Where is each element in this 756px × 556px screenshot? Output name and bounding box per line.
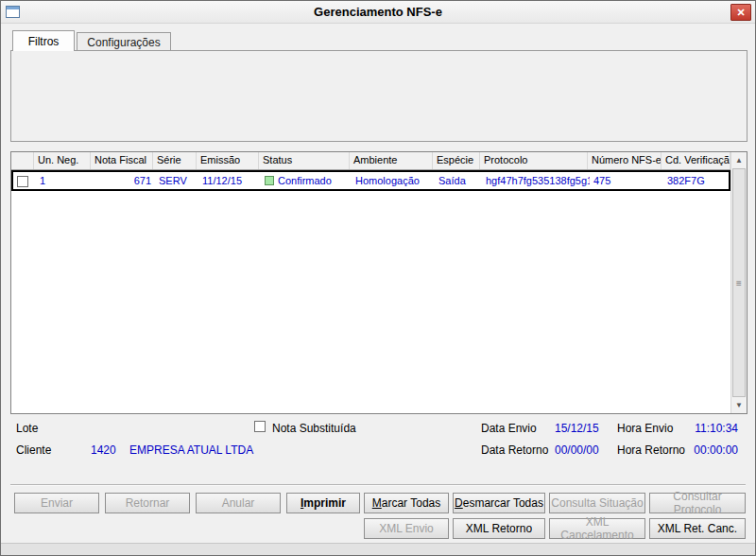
cell-numero-nfse: 475 [590,174,663,187]
nota-substituida-checkbox[interactable] [254,421,266,432]
cliente-name-value: EMPRESA ATUAL LTDA [129,443,253,457]
close-button[interactable]: ✕ [730,4,751,21]
hora-retorno-label: Hora Retorno [617,443,685,457]
consultar-protocolo-button[interactable]: Consultar Protocolo [649,493,746,513]
cell-serie: SERV [155,174,198,187]
column-select[interactable] [11,152,34,169]
data-retorno-label: Data Retorno [481,443,548,457]
app-icon [6,6,20,18]
data-envio-value: 15/12/15 [555,422,599,435]
hora-envio-value: 11:10:34 [695,422,738,435]
column-serie[interactable]: Série [153,152,197,169]
data-retorno-value: 00/00/00 [555,443,599,457]
table-row[interactable]: 1 671 SERV 11/12/15 Confirmado Homologaç… [11,170,730,191]
column-nota-fiscal[interactable]: Nota Fiscal [91,152,153,169]
vertical-scrollbar[interactable]: ▲ ≡ ▼ [730,152,747,413]
xml-envio-button[interactable]: XML Envio [364,518,449,539]
scroll-up-button[interactable]: ▲ [731,152,747,168]
column-ambiente[interactable]: Ambiente [350,152,433,169]
detail-cliente-label: Cliente [16,443,51,457]
filter-panel [10,50,747,142]
imprimir-button[interactable]: Imprimir [286,493,360,513]
gerenciamento-nfse-window: Gerenciamento NFS-e ✕ Filtros Configuraç… [0,0,756,556]
confirmed-status-icon [265,176,274,185]
column-numero-nfse[interactable]: Número NFS-e [588,152,662,169]
marcar-todas-button[interactable]: Marcar Todas [364,493,449,513]
cell-un-neg: 1 [36,174,93,187]
desmarcar-todas-button[interactable]: Desmarcar Todas [453,493,545,513]
status-text: Confirmado [278,175,332,186]
nota-substituida-label: Nota Substituída [272,422,356,435]
cell-especie: Saída [435,174,482,187]
cliente-code-value: 1420 [91,443,116,457]
column-un-neg[interactable]: Un. Neg. [34,152,91,169]
data-grid: Un. Neg. Nota Fiscal Série Emissão Statu… [10,151,747,414]
row-checkbox[interactable] [17,176,28,187]
tab-configuracoes[interactable]: Configurações [77,32,171,51]
consulta-situacao-button[interactable]: Consulta Situação [549,493,645,513]
close-icon: ✕ [736,7,745,19]
title-bar[interactable]: Gerenciamento NFS-e ✕ [1,1,755,24]
column-protocolo[interactable]: Protocolo [480,152,588,169]
anular-button[interactable]: Anular [196,493,281,513]
column-especie[interactable]: Espécie [433,152,480,169]
row-select-cell [13,173,36,187]
separator-line [10,484,746,486]
column-status[interactable]: Status [259,152,350,169]
xml-retorno-button[interactable]: XML Retorno [453,518,545,539]
data-envio-label: Data Envio [481,422,537,435]
retornar-button[interactable]: Retornar [105,493,190,513]
thumb-grip-icon: ≡ [736,278,742,288]
column-emissao[interactable]: Emissão [197,152,259,169]
detail-lote-label: Lote [16,422,38,435]
enviar-button[interactable]: Enviar [14,493,99,513]
hora-envio-label: Hora Envio [617,422,673,435]
cell-status: Confirmado [261,174,352,187]
cell-nota-fiscal: 671 [93,174,155,187]
hora-retorno-value: 00:00:00 [694,443,738,457]
cell-cd-verificacao: 382F7G [663,174,729,187]
cell-ambiente: Homologação [352,174,435,187]
xml-ret-canc-button[interactable]: XML Ret. Canc. [649,518,746,539]
scroll-down-button[interactable]: ▼ [731,397,747,413]
window-title: Gerenciamento NFS-e [314,5,442,19]
cell-protocolo: hgf47h7fg535138fg5g147 [482,174,590,187]
grid-header: Un. Neg. Nota Fiscal Série Emissão Statu… [11,152,730,170]
tab-filtros[interactable]: Filtros [12,30,75,51]
column-cd-verificacao[interactable]: Cd. Verificação [662,152,730,169]
scroll-thumb[interactable]: ≡ [732,168,746,397]
window-footer [1,543,755,555]
cell-emissao: 11/12/15 [198,174,261,187]
xml-cancelamento-button[interactable]: XML Cancelamento [549,518,645,539]
